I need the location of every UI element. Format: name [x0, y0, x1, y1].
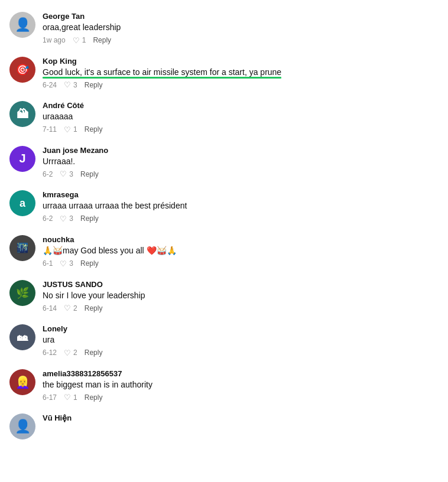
like-count: 3: [73, 81, 77, 89]
like-count: 3: [69, 259, 73, 268]
comment-item: 👤 George Tan oraa,great leadership 1w ag…: [0, 6, 448, 51]
heart-icon: ♡: [64, 304, 71, 312]
comment-body: Vũ Hiện: [43, 413, 439, 425]
comment-item: 👱‍♀️ amelia3388312856537 the biggest man…: [0, 363, 448, 408]
avatar: 🌃: [9, 235, 35, 261]
comment-item: 🏘 Lonely ura 6-12 ♡ 2 Reply: [0, 318, 448, 363]
comment-date: 1w ago: [43, 36, 66, 44]
comment-text: No sir I love your leadership: [43, 290, 439, 302]
comment-text: the biggest man is in authority: [43, 379, 439, 391]
heart-icon: ♡: [60, 170, 67, 178]
reply-button[interactable]: Reply: [85, 125, 103, 133]
username: amelia3388312856537: [43, 369, 439, 378]
comment-meta: 6-2 ♡ 3 Reply: [43, 214, 439, 223]
like-count: 1: [82, 36, 86, 44]
like-count: 1: [73, 125, 77, 133]
reply-button[interactable]: Reply: [80, 170, 99, 178]
comment-text: urraaa urraaa urraaa the best président: [43, 200, 439, 212]
comment-date: 6-17: [43, 393, 57, 402]
comment-date: 6-24: [43, 81, 57, 89]
like-group[interactable]: ♡ 3: [60, 170, 73, 178]
like-group[interactable]: ♡ 3: [60, 259, 73, 268]
avatar: 🎯: [9, 57, 35, 83]
reply-button[interactable]: Reply: [85, 393, 103, 402]
comment-body: JUSTUS SANDO No sir I love your leadersh…: [43, 280, 439, 313]
comment-date: 6-2: [43, 214, 53, 223]
avatar: 👤: [9, 12, 35, 38]
heart-icon: ♡: [64, 393, 71, 402]
comment-text: Urrraaa!.: [43, 156, 439, 168]
comment-text: oraa,great leadership: [43, 22, 439, 34]
comment-item: 👤 Vũ Hiện: [0, 408, 448, 445]
comment-item: 🏔 André Côté uraaaaa 7-11 ♡ 1 Reply: [0, 95, 448, 140]
comment-meta: 6-14 ♡ 2 Reply: [43, 304, 439, 312]
like-group[interactable]: ♡ 1: [73, 36, 86, 45]
avatar: 👱‍♀️: [9, 369, 35, 395]
heart-icon: ♡: [64, 125, 71, 134]
comment-meta: 6-17 ♡ 1 Reply: [43, 393, 439, 402]
like-count: 2: [73, 349, 77, 357]
reply-button[interactable]: Reply: [80, 214, 99, 223]
username: Kop King: [43, 57, 439, 66]
comment-body: Lonely ura 6-12 ♡ 2 Reply: [43, 324, 439, 357]
avatar: 👤: [9, 413, 35, 439]
heart-icon: ♡: [60, 214, 67, 223]
like-count: 3: [69, 214, 73, 223]
like-group[interactable]: ♡ 3: [64, 80, 77, 89]
like-group[interactable]: ♡ 1: [64, 125, 77, 134]
heart-icon: ♡: [73, 36, 80, 45]
reply-button[interactable]: Reply: [85, 304, 103, 312]
comment-text: Good luck, it's a surface to air missile…: [43, 67, 439, 79]
username: kmrasega: [43, 190, 439, 199]
comment-meta: 7-11 ♡ 1 Reply: [43, 125, 439, 134]
comment-item: a kmrasega urraaa urraaa urraaa the best…: [0, 184, 448, 229]
username: Juan jose Mezano: [43, 146, 439, 155]
comment-meta: 1w ago ♡ 1 Reply: [43, 36, 439, 45]
comment-item: 🌿 JUSTUS SANDO No sir I love your leader…: [0, 274, 448, 319]
username: André Côté: [43, 101, 439, 110]
like-group[interactable]: ♡ 3: [60, 214, 73, 223]
heart-icon: ♡: [60, 259, 67, 268]
comment-date: 6-1: [43, 259, 53, 268]
comment-body: kmrasega urraaa urraaa urraaa the best p…: [43, 190, 439, 223]
username: George Tan: [43, 12, 439, 21]
like-count: 3: [69, 170, 73, 178]
heart-icon: ♡: [64, 80, 71, 89]
like-group[interactable]: ♡ 2: [64, 304, 77, 312]
avatar: a: [9, 190, 35, 216]
username: Lonely: [43, 324, 439, 333]
comment-body: Juan jose Mezano Urrraaa!. 6-2 ♡ 3 Reply: [43, 146, 439, 179]
reply-button[interactable]: Reply: [93, 36, 111, 44]
comment-text: ura: [43, 334, 439, 346]
like-group[interactable]: ♡ 2: [64, 349, 77, 357]
like-count: 2: [73, 304, 77, 312]
comment-item: 🌃 nouchka 🙏🥁may God bless you all ❤️🥁🙏 6…: [0, 229, 448, 274]
comment-meta: 6-1 ♡ 3 Reply: [43, 259, 439, 268]
reply-button[interactable]: Reply: [80, 259, 99, 268]
comment-meta: 6-12 ♡ 2 Reply: [43, 349, 439, 357]
heart-icon: ♡: [64, 349, 71, 357]
avatar: 🌿: [9, 280, 35, 306]
comment-date: 6-2: [43, 170, 53, 178]
comment-body: amelia3388312856537 the biggest man is i…: [43, 369, 439, 402]
comment-body: André Côté uraaaaa 7-11 ♡ 1 Reply: [43, 101, 439, 134]
username: nouchka: [43, 235, 439, 244]
avatar: 🏔: [9, 101, 35, 127]
avatar: 🏘: [9, 324, 35, 350]
avatar: J: [9, 146, 35, 172]
like-count: 1: [73, 393, 77, 402]
comment-meta: 6-24 ♡ 3 Reply: [43, 80, 439, 89]
like-group[interactable]: ♡ 1: [64, 393, 77, 402]
comment-date: 6-12: [43, 349, 57, 357]
reply-button[interactable]: Reply: [85, 349, 103, 357]
comment-body: nouchka 🙏🥁may God bless you all ❤️🥁🙏 6-1…: [43, 235, 439, 268]
comment-body: George Tan oraa,great leadership 1w ago …: [43, 12, 439, 45]
comment-body: Kop King Good luck, it's a surface to ai…: [43, 57, 439, 90]
reply-button[interactable]: Reply: [85, 81, 103, 89]
comment-meta: 6-2 ♡ 3 Reply: [43, 170, 439, 178]
comment-item: J Juan jose Mezano Urrraaa!. 6-2 ♡ 3 Rep…: [0, 140, 448, 185]
comment-text: 🙏🥁may God bless you all ❤️🥁🙏: [43, 245, 439, 257]
comment-text: uraaaaa: [43, 111, 439, 123]
comment-item: 🎯 Kop King Good luck, it's a surface to …: [0, 51, 448, 96]
comment-date: 7-11: [43, 125, 57, 133]
